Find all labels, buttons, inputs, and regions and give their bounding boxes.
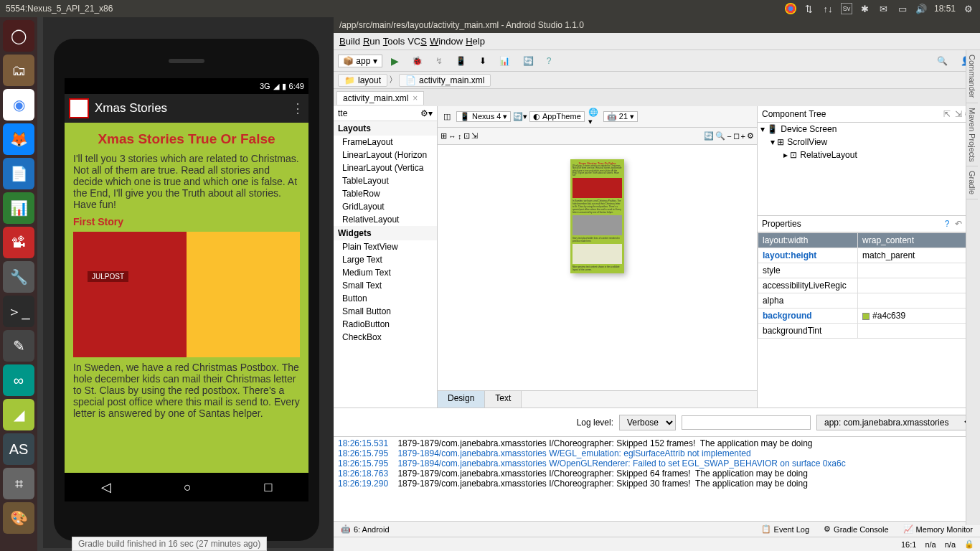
keyboard-layout[interactable]: Sv xyxy=(841,3,852,14)
log-line[interactable]: 18:26:19.290 1879-1879/com.janebabra.xma… xyxy=(338,479,976,489)
tab-close-icon[interactable]: × xyxy=(413,93,418,103)
launcher-text[interactable]: ✎ xyxy=(3,330,34,362)
theme-dropdown[interactable]: ◐ AppTheme xyxy=(529,111,584,122)
bluetooth-icon[interactable]: ✱ xyxy=(859,3,871,14)
property-row[interactable]: background#a4c639 xyxy=(758,309,980,324)
palette-item[interactable]: FrameLayout xyxy=(334,136,437,149)
zoom-fit-icon[interactable]: 🔍 xyxy=(715,131,725,141)
launcher-androidstudio[interactable]: AS xyxy=(3,433,34,465)
launcher-arduino[interactable]: ∞ xyxy=(3,364,34,396)
debug-button[interactable]: 🐞 xyxy=(407,55,427,67)
palette-item[interactable]: Medium Text xyxy=(334,266,437,279)
log-line[interactable]: 18:26:15.795 1879-1894/com.janebabra.xma… xyxy=(338,458,976,468)
gutter-maven[interactable]: Maven Projects xyxy=(966,103,978,167)
stop-button[interactable]: ↯ xyxy=(431,55,447,67)
logcat-output[interactable]: 18:26:15.531 1879-1879/com.janebabra.xma… xyxy=(334,437,980,521)
palette-item[interactable]: LinearLayout (Horizon xyxy=(334,149,437,161)
tab-text[interactable]: Text xyxy=(485,391,522,408)
launcher-writer[interactable]: 📄 xyxy=(3,158,34,189)
palette-gear-icon[interactable]: ⚙▾ xyxy=(420,108,433,118)
palette-item[interactable]: TableLayout xyxy=(334,174,437,187)
battery-icon[interactable]: ▭ xyxy=(897,3,908,14)
api-dropdown[interactable]: 🤖 21 ▾ xyxy=(603,111,638,122)
launcher-firefox[interactable]: 🦊 xyxy=(3,123,34,155)
launcher-chrome[interactable]: ◉ xyxy=(3,89,34,121)
launcher-calc[interactable]: 📊 xyxy=(3,192,34,224)
palette-item[interactable]: TableRow xyxy=(334,187,437,200)
log-search-input[interactable] xyxy=(682,415,811,430)
wrap-icon[interactable]: ⇲ xyxy=(471,131,478,141)
avd-manager-button[interactable]: 📱 xyxy=(451,55,471,67)
zoom-actual-icon[interactable]: ◻ xyxy=(733,131,740,141)
palette-item[interactable]: Small Button xyxy=(334,305,437,318)
chrome-tray-icon[interactable] xyxy=(785,3,796,14)
clock[interactable]: 18:51 xyxy=(934,4,956,14)
updown-icon[interactable]: ↑↓ xyxy=(822,3,834,14)
volume-icon[interactable]: 🔊 xyxy=(915,3,927,14)
design-view-icon[interactable]: ◫ xyxy=(440,110,453,123)
status-lock-icon[interactable]: 🔒 xyxy=(964,540,974,549)
launcher-terminal[interactable]: ＞_ xyxy=(3,296,34,327)
sync-button[interactable]: 🔄 xyxy=(519,55,538,67)
property-row[interactable]: style xyxy=(758,263,980,278)
nav-recent-icon[interactable]: □ xyxy=(264,480,272,495)
property-row[interactable]: layout:heightmatch_parent xyxy=(758,248,980,263)
launcher-android[interactable]: ◢ xyxy=(3,399,34,430)
launcher-dash[interactable]: ◯ xyxy=(3,20,34,52)
property-row[interactable]: accessibilityLiveRegic xyxy=(758,278,980,293)
run-button[interactable]: ▶ xyxy=(387,55,403,67)
launcher-impress[interactable]: 📽 xyxy=(3,227,34,258)
palette-item[interactable]: LinearLayout (Vertica xyxy=(334,161,437,174)
menu-window[interactable]: Window xyxy=(430,36,463,47)
tab-gradle-console[interactable]: ⚙ Gradle Console xyxy=(816,524,895,534)
props-reset-icon[interactable]: ↶ xyxy=(953,219,964,229)
sdk-manager-button[interactable]: ⬇ xyxy=(475,55,491,67)
log-line[interactable]: 18:26:15.531 1879-1879/com.janebabra.xma… xyxy=(338,438,976,448)
menu-help[interactable]: Help xyxy=(466,36,485,47)
mail-icon[interactable]: ✉ xyxy=(878,3,890,14)
crumb-layout[interactable]: 📁 layout xyxy=(338,74,387,87)
menu-build[interactable]: Build xyxy=(339,36,360,47)
launcher-settings[interactable]: 🔧 xyxy=(3,261,34,293)
help-button[interactable]: ? xyxy=(542,55,556,67)
loglevel-dropdown[interactable]: Verbose xyxy=(619,415,676,430)
nav-home-icon[interactable]: ○ xyxy=(184,480,192,495)
tree-expand-icon[interactable]: ⇱ xyxy=(941,109,953,119)
menu-vcs[interactable]: VCS xyxy=(407,36,427,47)
log-line[interactable]: 18:26:15.795 1879-1894/com.janebabra.xma… xyxy=(338,448,976,458)
crumb-file[interactable]: 📄 activity_main.xml xyxy=(399,74,491,87)
tree-collapse-icon[interactable]: ⇲ xyxy=(953,109,964,119)
app-content[interactable]: Xmas Stories True Or False I'll tell you… xyxy=(65,123,308,473)
menu-tools[interactable]: Tools xyxy=(383,36,405,47)
tab-memory-monitor[interactable]: 📈 Memory Monitor xyxy=(896,524,980,534)
tree-relativelayout[interactable]: ▸ ⊡ RelativeLayout xyxy=(758,149,980,161)
tab-event-log[interactable]: 📋 Event Log xyxy=(754,524,817,534)
property-row[interactable]: layout:widthwrap_content xyxy=(758,233,980,248)
overflow-menu-icon[interactable]: ⋮ xyxy=(291,100,304,116)
tab-android-logcat[interactable]: 🤖 6: Android xyxy=(334,524,397,534)
orientation-icon[interactable]: 🔄▾ xyxy=(514,110,527,123)
session-icon[interactable]: ⚙ xyxy=(963,3,974,14)
palette-item[interactable]: Small Text xyxy=(334,279,437,292)
nav-back-icon[interactable]: ◁ xyxy=(101,479,111,495)
device-dropdown[interactable]: 📱 Nexus 4 ▾ xyxy=(456,111,511,122)
property-row[interactable]: backgroundTint xyxy=(758,324,980,339)
component-tree[interactable]: ▾ 📱 Device Screen ▾ ⊞ ScrollView ▸ ⊡ Rel… xyxy=(758,123,980,216)
tab-activity-main[interactable]: activity_main.xml × xyxy=(336,91,424,105)
gutter-commander[interactable]: Commander xyxy=(966,50,978,103)
log-line[interactable]: 18:26:18.763 1879-1879/com.janebabra.xma… xyxy=(338,468,976,479)
layout-preview[interactable]: Xmas Stories True Or False I'll tell you… xyxy=(570,159,624,273)
palette-item[interactable]: GridLayout xyxy=(334,200,437,213)
props-help-icon[interactable]: ? xyxy=(941,219,953,229)
launcher-gimp[interactable]: 🎨 xyxy=(3,502,34,534)
property-row[interactable]: alpha xyxy=(758,293,980,309)
launcher-files[interactable]: 🗂 xyxy=(3,55,34,86)
properties-table[interactable]: layout:widthwrap_contentlayout:heightmat… xyxy=(758,232,980,408)
network-icon[interactable]: ⇅ xyxy=(804,3,815,14)
tab-design[interactable]: Design xyxy=(438,391,485,408)
design-canvas[interactable]: Xmas Stories True Or False I'll tell you… xyxy=(438,145,757,390)
settings-icon[interactable]: ⚙ xyxy=(747,131,754,141)
palette-item[interactable]: Button xyxy=(334,292,437,305)
center-icon[interactable]: ⊡ xyxy=(463,131,470,141)
zoom-out-icon[interactable]: − xyxy=(727,132,731,141)
